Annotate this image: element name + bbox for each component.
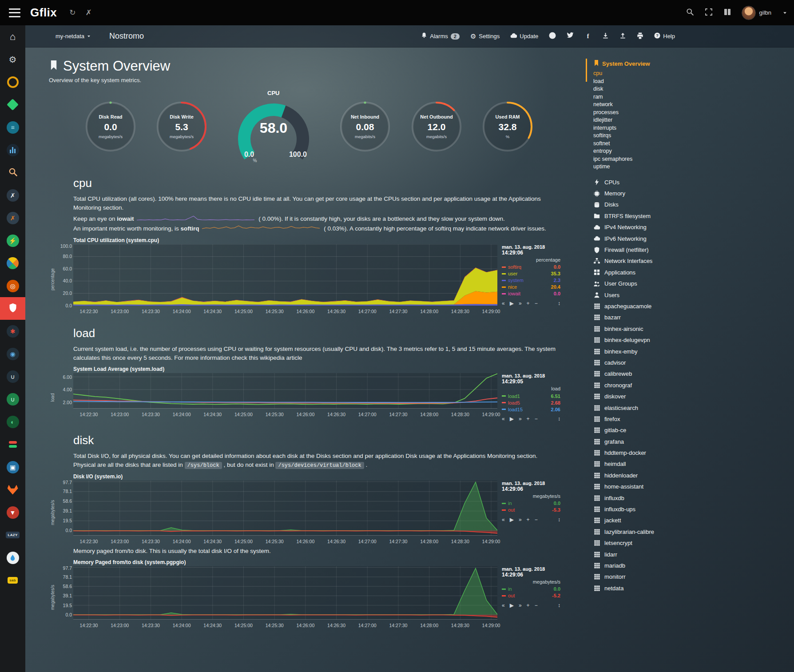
fullscreen-icon[interactable] [705, 8, 712, 17]
app-shortcut[interactable]: LAZY [0, 524, 25, 546]
toc-group-disks[interactable]: Disks [593, 199, 790, 210]
chart-resize-handle[interactable]: ↕ [558, 300, 560, 306]
toc-app-letsencrypt[interactable]: letsencrypt [593, 537, 790, 549]
toc-app-binhex-emby[interactable]: binhex-emby [593, 346, 790, 357]
chart-zoom-out-icon[interactable]: − [535, 300, 538, 306]
toc-item-ram[interactable]: ram [593, 93, 790, 101]
app-shortcut[interactable]: ⌂ [0, 25, 25, 48]
split-view-icon[interactable] [724, 8, 731, 17]
toc-item-softnet[interactable]: softnet [593, 140, 790, 148]
toc-item-idlejitter[interactable]: idlejitter [593, 116, 790, 124]
chart-zoom-in-icon[interactable]: + [527, 416, 530, 422]
app-shortcut[interactable]: ✱ [0, 320, 25, 342]
chart-play-icon[interactable]: ▶ [510, 517, 514, 523]
chart-zoom-in-icon[interactable]: + [527, 602, 530, 608]
legend-item-system[interactable]: system2.3 [502, 277, 560, 284]
alarms-button[interactable]: Alarms 2 [421, 32, 460, 40]
toc-app-heimdall[interactable]: heimdall [593, 458, 790, 469]
app-shortcut[interactable]: ◉ [0, 342, 25, 365]
toc-app-binhex-delugevpn[interactable]: binhex-delugevpn [593, 334, 790, 346]
legend-item-user[interactable]: user35.3 [502, 270, 560, 277]
chart-resize-handle[interactable]: ↕ [558, 416, 560, 422]
download-icon[interactable] [602, 32, 609, 40]
toc-item-load[interactable]: load [593, 78, 790, 86]
toc-item-uptime[interactable]: uptime [593, 163, 790, 171]
chart-play-icon[interactable]: ▶ [510, 416, 514, 422]
toc-group-memory[interactable]: Memory [593, 188, 790, 199]
toc-item-network[interactable]: network [593, 101, 790, 109]
search-icon[interactable] [686, 8, 694, 17]
gauge-disk-write[interactable]: Disk Write5.3megabytes/s [155, 100, 208, 155]
chart-pan-back-icon[interactable]: « [502, 517, 505, 523]
toc-item-interrupts[interactable]: interrupts [593, 124, 790, 132]
legend-item-out[interactable]: out-5.2 [502, 592, 560, 599]
legend-item-load15[interactable]: load152.06 [502, 406, 560, 413]
tab-close-icon[interactable]: ✗ [86, 8, 92, 17]
toc-app-chronograf[interactable]: chronograf [593, 380, 790, 391]
toc-group-applications[interactable]: Applications [593, 267, 790, 278]
github-icon[interactable] [549, 32, 556, 40]
update-button[interactable]: Update [510, 32, 538, 40]
legend-item-iowait[interactable]: iowait0.0 [502, 290, 560, 297]
app-shortcut[interactable]: ◎ [0, 274, 25, 297]
legend-item-in[interactable]: in0.0 [502, 586, 560, 592]
server-dropdown[interactable]: my-netdata [56, 33, 91, 40]
toc-app-cadvisor[interactable]: cadvisor [593, 357, 790, 368]
app-shortcut[interactable] [0, 93, 25, 116]
toc-app-firefox[interactable]: firefox [593, 414, 790, 425]
toc-app-jackett[interactable]: jackett [593, 515, 790, 526]
chart-pan-forward-icon[interactable]: » [519, 416, 522, 422]
toc-app-hddtemp-docker[interactable]: hddtemp-docker [593, 447, 790, 458]
toc-group-network-interfaces[interactable]: Network Interfaces [593, 255, 790, 266]
chart-zoom-in-icon[interactable]: + [527, 517, 530, 523]
app-shortcut[interactable] [0, 139, 25, 161]
gauge-net-outbound[interactable]: Net Outbound12.0megabits/s [410, 100, 463, 155]
toc-app-influxdb[interactable]: influxdb [593, 492, 790, 503]
app-shortcut[interactable]: ◐ [0, 410, 25, 433]
toc-app-netdata[interactable]: netdata [593, 583, 790, 594]
app-shortcut[interactable]: ∪ [0, 388, 25, 410]
toc-app-mariadb[interactable]: mariadb [593, 560, 790, 571]
app-shortcut[interactable]: ✗ [0, 207, 25, 229]
legend-item-load1[interactable]: load16.51 [502, 393, 560, 399]
avatar[interactable] [742, 6, 756, 20]
gauge-disk-read[interactable]: Disk Read0.0megabytes/s [84, 100, 137, 155]
toc-app-monitorr[interactable]: monitorr [593, 571, 790, 582]
toc-app-gitlab-ce[interactable]: gitlab-ce [593, 425, 790, 436]
legend-item-softirq[interactable]: softirq0.0 [502, 264, 560, 270]
chart-zoom-out-icon[interactable]: − [535, 517, 538, 523]
app-shortcut[interactable]: ∪ [0, 365, 25, 388]
app-shortcut[interactable] [0, 433, 25, 456]
toc-group-ipv4-networking[interactable]: IPv4 Networking [593, 222, 790, 233]
toc-system-overview[interactable]: System Overview [593, 60, 790, 68]
toc-app-lidarr[interactable]: lidarr [593, 549, 790, 560]
cpu-chart-canvas[interactable] [73, 244, 497, 307]
user-menu-caret-icon[interactable] [783, 9, 787, 17]
toc-item-cpu[interactable]: cpu [593, 70, 790, 78]
toc-group-cpus[interactable]: CPUs [593, 177, 790, 188]
settings-button[interactable]: ⚙ Settings [470, 33, 500, 40]
toc-app-home-assistant[interactable]: home-assistant [593, 481, 790, 492]
tab-refresh-icon[interactable]: ↻ [69, 8, 75, 17]
chart-resize-handle[interactable]: ↕ [558, 517, 560, 523]
toc-item-entropy[interactable]: entropy [593, 147, 790, 155]
chart-pan-back-icon[interactable]: « [502, 416, 505, 422]
chart-resize-handle[interactable]: ↕ [558, 602, 560, 608]
legend-item-load5[interactable]: load52.68 [502, 399, 560, 406]
gauge-used-ram[interactable]: Used RAM32.8% [481, 100, 534, 155]
legend-item-in[interactable]: in0.0 [502, 500, 560, 507]
chart-play-icon[interactable]: ▶ [510, 300, 514, 306]
app-shortcut[interactable] [0, 252, 25, 274]
chart-zoom-in-icon[interactable]: + [527, 300, 530, 306]
toc-group-firewall-netfilter-[interactable]: Firewall (netfilter) [593, 244, 790, 255]
chart-pan-back-icon[interactable]: « [502, 300, 505, 306]
print-icon[interactable] [637, 32, 643, 40]
pgpgio-chart-canvas[interactable] [73, 566, 497, 621]
toc-app-diskover[interactable]: diskover [593, 391, 790, 402]
app-shortcut[interactable]: ▼ [0, 501, 25, 524]
toc-app-influxdb-ups[interactable]: influxdb-ups [593, 504, 790, 515]
app-shortcut[interactable] [0, 71, 25, 93]
toc-app-calibreweb[interactable]: calibreweb [593, 368, 790, 379]
facebook-icon[interactable]: f [584, 32, 592, 40]
app-shortcut[interactable]: sab [0, 569, 25, 592]
